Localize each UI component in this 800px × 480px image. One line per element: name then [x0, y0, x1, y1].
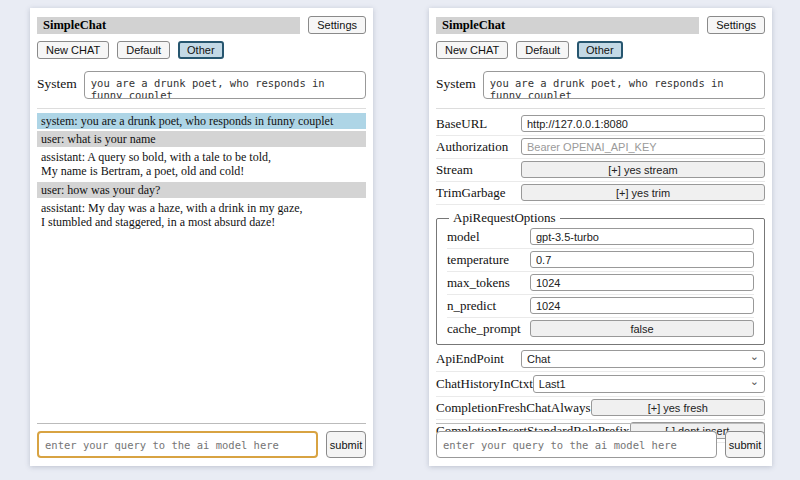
setting-row-stream: Stream [+] yes stream [436, 159, 765, 182]
new-chat-button[interactable]: New CHAT [37, 41, 109, 59]
system-label: System [436, 71, 476, 92]
chat-history-select[interactable]: Last1 [533, 375, 765, 393]
api-request-options-legend: ApiRequestOptions [449, 210, 560, 226]
setting-row-temperature: temperature [447, 249, 754, 272]
settings-panel: SimpleChat Settings New CHAT Default Oth… [429, 8, 772, 466]
baseurl-label: BaseURL [436, 116, 487, 132]
chat-message-list: system: you are a drunk poet, who respon… [37, 113, 366, 230]
temperature-input[interactable] [530, 251, 754, 268]
setting-row-model: model [447, 226, 754, 249]
setting-row-cache-prompt: cache_prompt false [447, 318, 754, 340]
setting-row-baseurl: BaseURL [436, 113, 765, 136]
setting-row-authorization: Authorization [436, 136, 765, 159]
api-endpoint-select[interactable]: Chat [521, 350, 765, 368]
header-row: SimpleChat Settings [436, 16, 765, 34]
stream-toggle-button[interactable]: [+] yes stream [521, 161, 765, 178]
query-divider [37, 423, 366, 424]
trimgarbage-toggle-button[interactable]: [+] yes trim [521, 184, 765, 201]
n-predict-input[interactable] [530, 297, 754, 314]
query-area: submit [436, 423, 765, 458]
cache-prompt-toggle-button[interactable]: false [530, 320, 754, 337]
stream-label: Stream [436, 162, 473, 178]
chat-message-assistant: assistant: My day was a haze, with a dri… [37, 200, 366, 230]
tab-other[interactable]: Other [577, 41, 623, 59]
api-endpoint-label: ApiEndPoint [436, 351, 504, 367]
settings-button[interactable]: Settings [707, 16, 765, 34]
setting-row-api-endpoint: ApiEndPoint Chat ⌄ [436, 347, 765, 372]
setting-row-max-tokens: max_tokens [447, 272, 754, 295]
model-label: model [447, 229, 480, 245]
system-prompt-row: System you are a drunk poet, who respond… [37, 71, 366, 99]
max-tokens-label: max_tokens [447, 275, 510, 291]
chat-history-label: ChatHistoryInCtxt [436, 376, 533, 392]
app-title: SimpleChat [37, 17, 300, 34]
setting-row-chat-history: ChatHistoryInCtxt Last1 ⌄ [436, 372, 765, 397]
baseurl-input[interactable] [521, 115, 765, 132]
chat-divider [37, 108, 366, 109]
temperature-label: temperature [447, 252, 509, 268]
completion-fresh-label: CompletionFreshChatAlways [436, 400, 591, 416]
system-prompt-row: System you are a drunk poet, who respond… [436, 71, 765, 99]
new-chat-button[interactable]: New CHAT [436, 41, 508, 59]
model-input[interactable] [530, 228, 754, 245]
authorization-input[interactable] [521, 138, 765, 155]
max-tokens-input[interactable] [530, 274, 754, 291]
query-divider [436, 423, 765, 424]
submit-button[interactable]: submit [725, 431, 765, 458]
query-input[interactable] [436, 431, 717, 458]
setting-row-n-predict: n_predict [447, 295, 754, 318]
tab-default[interactable]: Default [516, 41, 569, 59]
header-row: SimpleChat Settings [37, 16, 366, 34]
query-area: submit [37, 423, 366, 458]
cache-prompt-label: cache_prompt [447, 321, 521, 337]
system-prompt-input[interactable]: you are a drunk poet, who responds in fu… [84, 71, 366, 99]
setting-row-trimgarbage: TrimGarbage [+] yes trim [436, 182, 765, 205]
app-title: SimpleChat [436, 17, 699, 34]
chat-panel: SimpleChat Settings New CHAT Default Oth… [30, 8, 373, 466]
tab-default[interactable]: Default [117, 41, 170, 59]
api-request-options-fieldset: ApiRequestOptions model temperature max_… [436, 210, 765, 345]
system-prompt-input[interactable]: you are a drunk poet, who responds in fu… [483, 71, 765, 99]
session-tabs: New CHAT Default Other [37, 41, 366, 59]
chat-message-user: user: what is your name [37, 131, 366, 147]
system-label: System [37, 71, 77, 92]
session-tabs: New CHAT Default Other [436, 41, 765, 59]
chat-message-system: system: you are a drunk poet, who respon… [37, 113, 366, 129]
setting-row-completion-fresh: CompletionFreshChatAlways [+] yes fresh [436, 397, 765, 420]
submit-button[interactable]: submit [326, 431, 366, 458]
n-predict-label: n_predict [447, 298, 496, 314]
trimgarbage-label: TrimGarbage [436, 185, 506, 201]
completion-fresh-toggle-button[interactable]: [+] yes fresh [591, 399, 765, 416]
authorization-label: Authorization [436, 139, 508, 155]
chat-message-user: user: how was your day? [37, 182, 366, 198]
query-input[interactable] [37, 431, 318, 458]
chat-message-assistant: assistant: A query so bold, with a tale … [37, 149, 366, 179]
settings-button[interactable]: Settings [308, 16, 366, 34]
tab-other[interactable]: Other [178, 41, 224, 59]
settings-divider [436, 108, 765, 109]
